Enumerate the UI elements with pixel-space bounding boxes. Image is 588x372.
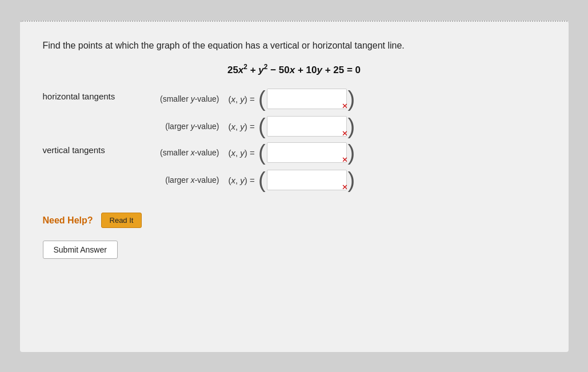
v-larger-input-wrapper: ✕ xyxy=(267,170,347,190)
v-smaller-xy-label: (x, y) = xyxy=(229,148,257,158)
v-larger-input[interactable] xyxy=(267,170,347,190)
read-it-button[interactable]: Read It xyxy=(101,213,142,228)
vertical-smaller-row: (smaller x-value) (x, y) = ( ✕ ) xyxy=(134,142,355,163)
h-smaller-input-wrapper: ✕ xyxy=(267,89,347,109)
h-smaller-x-mark: ✕ xyxy=(342,102,348,110)
h-larger-close-paren: ) xyxy=(348,115,355,137)
v-larger-close-paren: ) xyxy=(348,169,355,191)
submit-button[interactable]: Submit Answer xyxy=(43,241,118,259)
v-larger-x-mark: ✕ xyxy=(342,183,348,191)
h-larger-input[interactable] xyxy=(267,116,347,137)
v-larger-xy-label: (x, y) = xyxy=(229,175,257,185)
v-smaller-input[interactable] xyxy=(267,142,347,163)
submit-row: Submit Answer xyxy=(43,228,546,259)
h-smaller-input[interactable] xyxy=(267,89,347,109)
h-larger-coord: (x, y) = ( ✕ ) xyxy=(229,115,355,137)
v-smaller-x-mark: ✕ xyxy=(342,155,348,164)
question-text: Find the points at which the graph of th… xyxy=(43,39,546,53)
h-larger-input-wrapper: ✕ xyxy=(267,116,347,137)
need-help-row: Need Help? Read It xyxy=(43,213,546,228)
horizontal-larger-row: (larger y-value) (x, y) = ( ✕ ) xyxy=(134,115,355,137)
need-help-label: Need Help? xyxy=(43,215,93,226)
horizontal-inputs: (smaller y-value) (x, y) = ( ✕ ) (larger… xyxy=(134,88,355,137)
vertical-label: vertical tangents xyxy=(43,142,134,155)
v-smaller-label: (smaller x-value) xyxy=(134,148,223,157)
h-larger-xy-label: (x, y) = xyxy=(229,122,257,131)
v-larger-open-paren: ( xyxy=(258,169,266,191)
v-smaller-open-paren: ( xyxy=(258,142,266,163)
h-larger-open-paren: ( xyxy=(258,115,266,137)
h-larger-x-mark: ✕ xyxy=(342,129,348,138)
horizontal-section: horizontal tangents (smaller y-value) (x… xyxy=(43,88,546,137)
content-area: horizontal tangents (smaller y-value) (x… xyxy=(43,88,546,195)
main-card: Find the points at which the graph of th… xyxy=(20,21,569,352)
horizontal-smaller-row: (smaller y-value) (x, y) = ( ✕ ) xyxy=(134,88,355,110)
v-smaller-input-wrapper: ✕ xyxy=(267,142,347,163)
v-smaller-coord: (x, y) = ( ✕ ) xyxy=(229,142,355,163)
horizontal-label: horizontal tangents xyxy=(43,88,134,101)
vertical-section: vertical tangents (smaller x-value) (x, … xyxy=(43,142,546,191)
h-larger-label: (larger y-value) xyxy=(134,122,223,131)
h-smaller-coord: (x, y) = ( ✕ ) xyxy=(229,88,355,110)
h-smaller-label: (smaller y-value) xyxy=(134,94,223,103)
vertical-inputs: (smaller x-value) (x, y) = ( ✕ ) (larger… xyxy=(134,142,355,191)
h-smaller-close-paren: ) xyxy=(348,88,355,110)
h-smaller-xy-label: (x, y) = xyxy=(229,94,257,104)
h-smaller-open-paren: ( xyxy=(258,88,266,110)
vertical-larger-row: (larger x-value) (x, y) = ( ✕ ) xyxy=(134,169,355,191)
v-smaller-close-paren: ) xyxy=(348,142,355,163)
equation-display: 25x2 + y2 − 50x + 10y + 25 = 0 xyxy=(43,63,546,76)
v-larger-label: (larger x-value) xyxy=(134,175,223,185)
v-larger-coord: (x, y) = ( ✕ ) xyxy=(229,169,355,191)
